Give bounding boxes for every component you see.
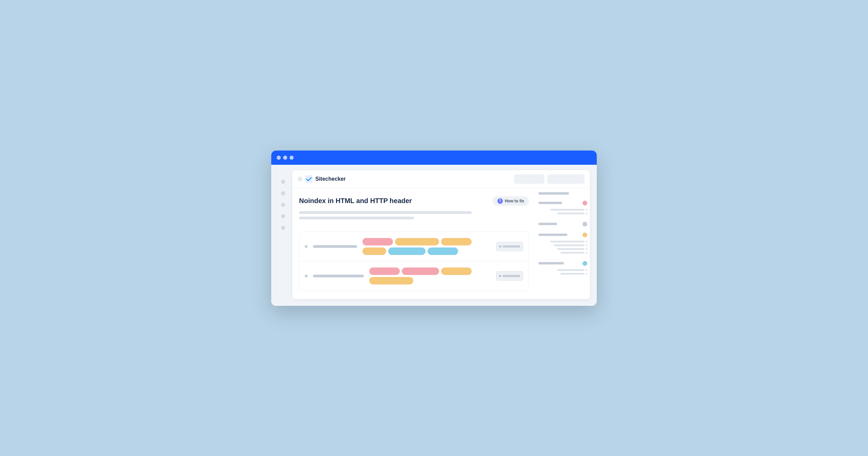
traffic-light-3	[290, 156, 294, 160]
sub-dot-5	[586, 248, 587, 250]
data-table	[299, 232, 529, 291]
tag-pink-2	[369, 267, 400, 275]
sidebar-sub-rows-5	[538, 269, 587, 275]
sidebar-sub-line-7	[557, 269, 584, 271]
sidebar-row-4	[538, 233, 587, 237]
sub-dot-8	[586, 273, 587, 275]
sidebar-dot-4	[281, 214, 285, 218]
sidebar-sub-line-6	[560, 252, 584, 254]
sidebar-line-3	[538, 223, 557, 225]
nav-btn-2[interactable]	[547, 174, 585, 184]
browser-inner: Sitechecker Noindex in HTML and HTTP hea…	[292, 170, 590, 299]
tag-pink-1	[362, 238, 393, 245]
nav-buttons	[514, 174, 585, 184]
how-to-fix-button[interactable]: ? How to fix	[493, 196, 529, 206]
sidebar-dot-3	[281, 203, 285, 207]
row-tags-2	[369, 267, 491, 284]
sidebar-badge-blue	[583, 261, 587, 266]
logo-area: Sitechecker	[298, 175, 346, 183]
sidebar-line-4	[538, 234, 567, 236]
row-url-2	[313, 275, 364, 277]
sub-dot-4	[586, 244, 587, 246]
sidebar-badge-gray	[583, 222, 587, 226]
action-btn-dot	[499, 245, 501, 247]
action-btn-line	[502, 245, 520, 247]
sub-dot-6	[586, 252, 587, 254]
sidebar-sub-row-1	[538, 209, 587, 211]
sidebar-sub-row-7	[538, 269, 587, 271]
row-bullet-2	[305, 275, 308, 277]
tag-blue-1	[388, 247, 426, 255]
tag-yellow-2	[441, 238, 472, 245]
sidebar-section-3	[538, 222, 587, 230]
sidebar-sub-row-8	[538, 273, 587, 275]
browser-window: Sitechecker Noindex in HTML and HTTP hea…	[271, 151, 597, 306]
sidebar-sub-rows-2	[538, 209, 587, 214]
sidebar-dot-5	[281, 226, 285, 230]
traffic-light-1	[277, 156, 281, 160]
sidebar-sub-line-3	[550, 241, 584, 242]
desc-line-2	[299, 217, 414, 219]
tag-pink-3	[402, 267, 439, 275]
sidebar-sub-row-3	[538, 241, 587, 242]
desc-lines	[299, 211, 529, 219]
browser-titlebar	[271, 151, 597, 165]
how-to-fix-label: How to fix	[505, 199, 524, 203]
row-action-button-2[interactable]	[496, 271, 523, 281]
row-url	[313, 245, 357, 248]
inner-nav: Sitechecker	[292, 170, 590, 188]
desc-line-1	[299, 211, 472, 214]
sidebar-sub-line-8	[560, 273, 584, 275]
sidebar-dot-2	[281, 191, 285, 195]
sidebar-sub-row-2	[538, 213, 587, 214]
tag-yellow-4	[441, 267, 472, 275]
logo-icon	[305, 175, 313, 183]
sidebar-row-1	[538, 192, 587, 195]
traffic-lights	[277, 156, 294, 160]
table-row	[299, 261, 529, 291]
sidebar-line-5	[538, 262, 564, 264]
row-tags	[362, 238, 491, 255]
traffic-light-2	[283, 156, 287, 160]
browser-content: Sitechecker Noindex in HTML and HTTP hea…	[271, 165, 597, 306]
question-icon: ?	[497, 198, 503, 204]
tag-yellow-3	[362, 247, 386, 255]
sidebar-sub-line-1	[550, 209, 584, 211]
row-bullet	[305, 245, 308, 248]
right-sidebar	[536, 188, 590, 299]
sidebar-sub-row-5	[538, 248, 587, 250]
sidebar-sub-line-4	[554, 244, 584, 246]
sidebar-sub-row-6	[538, 252, 587, 254]
sidebar-row-2	[538, 201, 587, 205]
sub-dot-2	[586, 213, 587, 214]
sidebar-badge-red	[583, 201, 587, 205]
sub-dot-3	[586, 241, 587, 242]
tag-blue-2	[428, 247, 458, 255]
sidebar-sub-line-5	[557, 248, 584, 250]
action-btn-dot-2	[499, 275, 501, 277]
sidebar-section-2	[538, 201, 587, 219]
logo-text: Sitechecker	[315, 176, 346, 182]
page-title: Noindex in HTML and HTTP header	[299, 197, 412, 205]
sidebar-dot-1	[281, 180, 285, 184]
nav-circle	[298, 177, 302, 181]
sidebar-sub-line-2	[557, 213, 584, 214]
sidebar-sub-row-4	[538, 244, 587, 246]
sidebar-section-1	[538, 192, 587, 198]
sidebar-row-5	[538, 261, 587, 266]
sidebar-row-3	[538, 222, 587, 226]
row-action-button-1[interactable]	[496, 242, 523, 251]
sub-dot-1	[586, 209, 587, 211]
sidebar-section-5	[538, 261, 587, 279]
tag-yellow-5	[369, 277, 413, 284]
action-btn-line-2	[502, 275, 520, 277]
sidebar-sub-rows-4	[538, 241, 587, 254]
sidebar-line-2	[538, 202, 562, 204]
content-panel: Noindex in HTML and HTTP header ? How to…	[292, 188, 536, 299]
left-sidebar	[278, 170, 288, 299]
page-header: Noindex in HTML and HTTP header ? How to…	[299, 196, 529, 206]
sidebar-line-1	[538, 192, 569, 195]
main-content: Noindex in HTML and HTTP header ? How to…	[292, 188, 590, 299]
table-row	[299, 232, 529, 261]
nav-btn-1[interactable]	[514, 174, 545, 184]
